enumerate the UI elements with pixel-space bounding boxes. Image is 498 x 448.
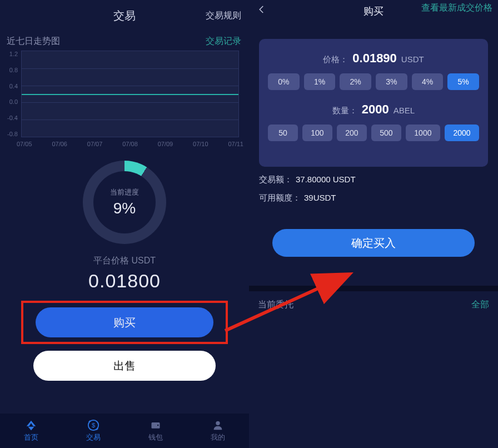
price-label: 平台价格 USDT	[0, 255, 249, 267]
trend-row: 近七日走势图 交易记录	[0, 31, 249, 47]
progress-label: 当前进度	[110, 187, 139, 197]
nav-home-label: 首页	[24, 432, 38, 442]
buy-screen: 购买 查看最新成交价格 价格： 0.01890 USDT 0% 1% 2% 3%…	[249, 0, 498, 448]
percent-chip-3[interactable]: 3%	[376, 73, 407, 90]
svg-point-3	[157, 425, 159, 426]
bottom-nav: 首页 $ 交易 钱包 我的	[0, 414, 249, 448]
page-title: 交易	[113, 8, 136, 23]
trade-rules-link[interactable]: 交易规则	[206, 10, 241, 22]
user-icon	[211, 419, 225, 431]
price-value: 0.01890	[352, 51, 397, 66]
price-row: 价格： 0.01890 USDT	[268, 51, 479, 66]
nav-wallet-label: 钱包	[148, 432, 163, 442]
trend-chart: 1.2 0.8 0.4 0.0 -0.4 -0.8 07/05 07/06 07…	[0, 47, 249, 147]
qty-chip-50[interactable]: 50	[268, 125, 298, 141]
trade-amount-value: 37.80000 USDT	[296, 175, 356, 185]
sell-button[interactable]: 出售	[33, 351, 216, 381]
quantity-label: 数量：	[332, 106, 357, 116]
trade-amount-row: 交易额： 37.80000 USDT	[259, 175, 488, 185]
latest-price-link[interactable]: 查看最新成交价格	[421, 2, 492, 14]
nav-wallet[interactable]: 钱包	[124, 414, 187, 448]
percent-chip-1[interactable]: 1%	[304, 73, 336, 90]
nav-mine-label: 我的	[211, 432, 225, 442]
entrust-row: 当前委托 全部	[249, 291, 498, 318]
trade-icon: $	[86, 419, 101, 431]
percent-chip-4[interactable]: 4%	[412, 73, 444, 90]
percent-chip-0[interactable]: 0%	[268, 73, 300, 90]
nav-trade[interactable]: $ 交易	[62, 414, 124, 448]
progress-donut: 当前进度 9%	[83, 161, 166, 244]
percent-chip-5[interactable]: 5%	[447, 73, 479, 90]
nav-trade-label: 交易	[86, 432, 101, 442]
trade-records-link[interactable]: 交易记录	[206, 36, 241, 47]
available-label: 可用额度：	[259, 193, 301, 203]
qty-chip-2000[interactable]: 2000	[445, 125, 479, 141]
confirm-buy-button[interactable]: 确定买入	[272, 229, 475, 257]
buy-title: 购买	[363, 4, 384, 18]
quantity-unit: ABEL	[394, 106, 415, 115]
trade-screen: 交易 交易规则 近七日走势图 交易记录 1.2 0.8 0.4 0.0 -0.4…	[0, 0, 249, 448]
buy-header: 购买 查看最新成交价格	[249, 0, 498, 22]
quantity-row: 数量： 2000 ABEL	[268, 102, 479, 117]
chart-plot-area	[21, 51, 239, 137]
available-value: 39USDT	[304, 193, 336, 203]
svg-point-4	[216, 421, 220, 425]
percent-options: 0% 1% 2% 3% 4% 5%	[268, 73, 479, 90]
qty-chip-1000[interactable]: 1000	[406, 125, 440, 141]
buy-button[interactable]: 购买	[36, 307, 213, 337]
entrust-title: 当前委托	[258, 299, 293, 311]
trend-title: 近七日走势图	[7, 36, 60, 47]
qty-chip-500[interactable]: 500	[371, 125, 401, 141]
trade-amount-label: 交易额：	[259, 175, 292, 185]
price-unit: USDT	[401, 54, 424, 64]
percent-chip-2[interactable]: 2%	[340, 73, 371, 90]
chart-line	[22, 94, 238, 95]
x-axis-labels: 07/05 07/06 07/07 07/08 07/09 07/10 07/1…	[17, 141, 243, 147]
price-value: 0.01800	[0, 270, 249, 292]
available-row: 可用额度： 39USDT	[259, 193, 488, 203]
buy-form-card: 价格： 0.01890 USDT 0% 1% 2% 3% 4% 5% 数量： 2…	[259, 39, 488, 167]
nav-mine[interactable]: 我的	[187, 414, 249, 448]
price-section: 平台价格 USDT 0.01800	[0, 255, 249, 292]
entrust-all-link[interactable]: 全部	[471, 299, 489, 311]
home-icon	[24, 419, 38, 431]
quantity-value: 2000	[362, 102, 389, 117]
header: 交易 交易规则	[0, 0, 249, 31]
qty-chip-200[interactable]: 200	[337, 125, 367, 141]
price-label: 价格：	[323, 54, 348, 65]
progress-percent: 9%	[113, 200, 136, 217]
buy-highlight-annotation: 购买	[21, 301, 228, 344]
wallet-icon	[148, 419, 163, 431]
quantity-options: 50 100 200 500 1000 2000	[268, 125, 479, 141]
section-divider	[249, 286, 498, 291]
svg-text:$: $	[92, 422, 95, 429]
back-button[interactable]	[257, 2, 267, 18]
y-axis-labels: 1.2 0.8 0.4 0.0 -0.4 -0.8	[6, 51, 18, 137]
qty-chip-100[interactable]: 100	[302, 125, 332, 141]
nav-home[interactable]: 首页	[0, 414, 62, 448]
